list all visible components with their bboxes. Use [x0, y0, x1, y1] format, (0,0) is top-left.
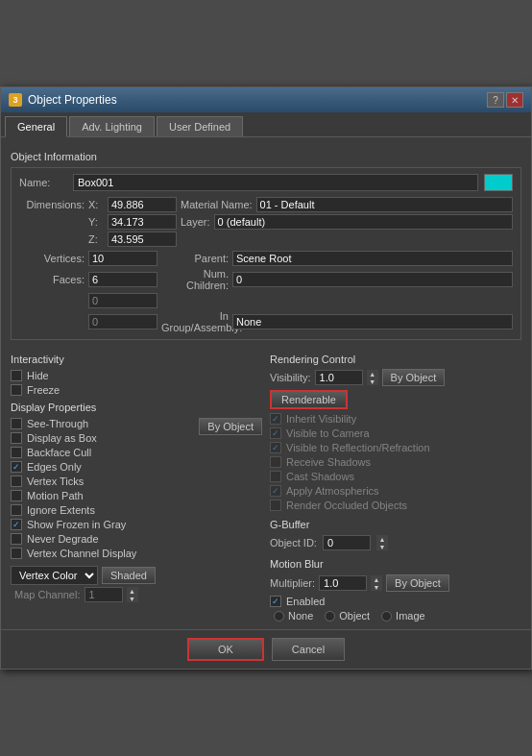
vertex-channel-checkbox[interactable]	[11, 548, 22, 559]
multiplier-row: Multiplier: ▲ ▼ By Object	[270, 574, 521, 592]
hide-label: Hide	[27, 370, 49, 381]
name-input[interactable]	[73, 174, 478, 191]
hide-row: Hide	[11, 370, 262, 381]
object-id-down[interactable]: ▼	[376, 543, 388, 550]
edges-only-checkbox[interactable]	[11, 461, 22, 473]
visible-camera-checkbox[interactable]	[270, 427, 281, 439]
image-radio[interactable]	[381, 611, 392, 622]
apply-atmospherics-label: Apply Atmospherics	[286, 485, 379, 497]
visibility-row: Visibility: ▲ ▼ By Object	[270, 369, 521, 386]
shaded-button[interactable]: Shaded	[102, 567, 156, 584]
object-id-input[interactable]	[323, 535, 371, 550]
tab-bar: General Adv. Lighting User Defined	[1, 112, 531, 137]
multiplier-label: Multiplier:	[270, 577, 315, 589]
motion-path-checkbox[interactable]	[11, 490, 22, 501]
gbuffer-label: G-Buffer	[270, 519, 521, 530]
vertices-input[interactable]	[88, 251, 157, 266]
multiplier-spinner: ▲ ▼	[371, 575, 382, 591]
in-group-input[interactable]	[232, 314, 513, 329]
left-column: Interactivity Hide Freeze Display Proper…	[11, 348, 262, 622]
object-properties-dialog: 3 Object Properties ? ✕ General Adv. Lig…	[0, 86, 532, 670]
visible-camera-row: Visible to Camera	[270, 427, 521, 439]
motion-blur-radio-row: None Object Image	[274, 610, 521, 622]
color-swatch[interactable]	[484, 174, 513, 191]
renderable-button[interactable]: Renderable	[270, 390, 348, 409]
tab-adv-lighting[interactable]: Adv. Lighting	[69, 116, 155, 136]
dim-label: Dimensions:	[19, 199, 85, 210]
field1-input[interactable]	[88, 293, 157, 308]
faces-input[interactable]	[88, 272, 157, 287]
visibility-input[interactable]	[315, 370, 363, 385]
multiplier-input[interactable]	[319, 575, 367, 591]
dialog-content: Object Information Name: Dimensions: X:	[1, 137, 531, 629]
motion-blur-by-object-button[interactable]: By Object	[386, 574, 449, 592]
object-radio-group: Object	[325, 610, 370, 622]
ok-button[interactable]: OK	[187, 638, 264, 661]
gbuffer-section: G-Buffer Object ID: ▲ ▼	[270, 519, 521, 550]
object-id-up[interactable]: ▲	[376, 535, 388, 543]
field2-input[interactable]	[88, 314, 157, 329]
show-frozen-checkbox[interactable]	[11, 519, 22, 530]
app-icon: 3	[9, 93, 22, 107]
vertex-ticks-checkbox[interactable]	[11, 476, 22, 487]
visibility-label: Visibility:	[270, 372, 311, 383]
cast-shadows-checkbox[interactable]	[270, 471, 281, 482]
dim-z-input[interactable]	[108, 232, 177, 247]
vertex-color-select[interactable]: Vertex Color	[11, 566, 98, 585]
edges-only-row: Edges Only	[11, 461, 199, 473]
display-props-label: Display Properties	[11, 402, 262, 413]
inherit-visibility-checkbox[interactable]	[270, 413, 281, 425]
visibility-up[interactable]: ▲	[367, 370, 378, 378]
receive-shadows-checkbox[interactable]	[270, 456, 281, 468]
parent-input[interactable]	[232, 251, 513, 266]
never-degrade-row: Never Degrade	[11, 533, 199, 545]
enabled-checkbox[interactable]	[270, 596, 281, 607]
see-through-checkbox[interactable]	[11, 418, 22, 429]
dim-x-input[interactable]	[108, 197, 177, 212]
never-degrade-checkbox[interactable]	[11, 533, 22, 545]
help-button[interactable]: ?	[487, 92, 504, 108]
tab-general[interactable]: General	[5, 116, 67, 137]
hide-checkbox[interactable]	[11, 370, 22, 381]
motion-path-label: Motion Path	[27, 490, 84, 501]
cast-shadows-row: Cast Shadows	[270, 471, 521, 482]
apply-atmospherics-checkbox[interactable]	[270, 485, 281, 497]
backface-cull-checkbox[interactable]	[11, 447, 22, 458]
backface-cull-label: Backface Cull	[27, 447, 91, 458]
visibility-down[interactable]: ▼	[367, 378, 378, 385]
map-channel-label: Map Channel:	[14, 589, 81, 600]
cancel-button[interactable]: Cancel	[272, 638, 345, 661]
none-radio[interactable]	[274, 611, 284, 622]
display-by-object-button[interactable]: By Object	[199, 418, 262, 435]
map-channel-down[interactable]: ▼	[127, 595, 138, 602]
map-channel-row: Map Channel: ▲ ▼	[11, 587, 262, 602]
display-as-box-checkbox[interactable]	[11, 432, 22, 444]
interactivity-label: Interactivity	[11, 354, 262, 365]
map-channel-spinner: ▲ ▼	[127, 587, 138, 602]
see-through-row: See-Through	[11, 418, 199, 429]
motion-blur-label: Motion Blur	[270, 558, 521, 570]
multiplier-down[interactable]: ▼	[371, 583, 382, 591]
object-id-label: Object ID:	[270, 537, 317, 549]
rendering-by-object-button[interactable]: By Object	[382, 369, 446, 386]
vertex-ticks-row: Vertex Ticks	[11, 476, 199, 487]
close-button[interactable]: ✕	[506, 92, 523, 108]
num-children-input[interactable]	[232, 272, 513, 287]
ignore-extents-checkbox[interactable]	[11, 504, 22, 516]
tab-user-defined[interactable]: User Defined	[157, 116, 243, 136]
in-group-label: In Group/Assembly:	[161, 310, 229, 333]
edges-only-label: Edges Only	[27, 461, 82, 473]
layer-input[interactable]	[214, 214, 513, 230]
freeze-row: Freeze	[11, 384, 262, 396]
multiplier-up[interactable]: ▲	[371, 575, 382, 583]
dim-y-input[interactable]	[108, 214, 177, 230]
map-channel-up[interactable]: ▲	[127, 587, 138, 595]
inherit-visibility-row: Inherit Visibility	[270, 413, 521, 425]
freeze-checkbox[interactable]	[11, 384, 22, 396]
visible-reflection-checkbox[interactable]	[270, 442, 281, 453]
render-occluded-checkbox[interactable]	[270, 500, 281, 511]
map-channel-input[interactable]	[85, 587, 123, 602]
never-degrade-label: Never Degrade	[27, 533, 99, 545]
material-name-input[interactable]	[256, 197, 513, 212]
object-radio[interactable]	[325, 611, 335, 622]
